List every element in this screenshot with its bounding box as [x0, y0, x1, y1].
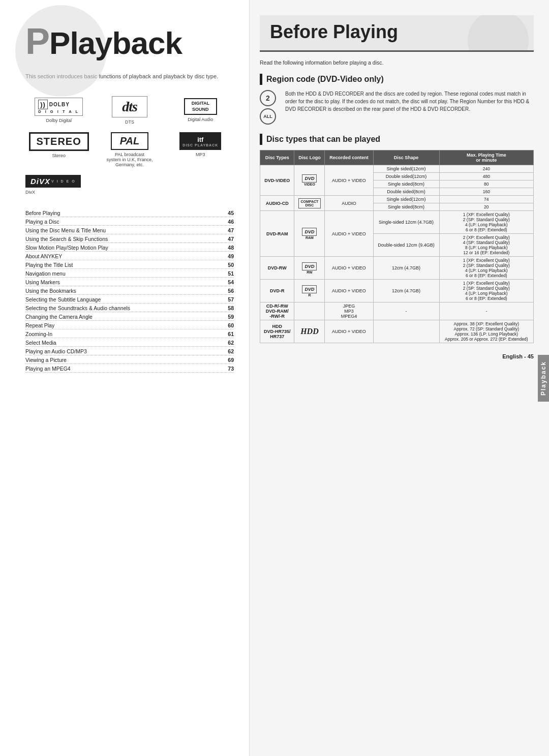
toc-page: 62 — [228, 340, 234, 346]
disc-time-cell: 20 — [439, 203, 533, 211]
toc-page: 56 — [228, 288, 234, 294]
disc-types-heading: Disc types that can be played — [266, 135, 380, 144]
disc-shape-cell: Double sided(8cm) — [373, 188, 439, 196]
disc-content-cell: AUDIO + VIDEO — [325, 280, 373, 303]
toc-page: 62 — [228, 348, 234, 354]
disc-shape-cell — [373, 320, 439, 343]
toc-label: Playing an MPEG4 — [25, 366, 71, 372]
toc-label: Selecting the Soundtracks & Audio channe… — [25, 305, 130, 311]
p-letter: P — [25, 21, 49, 62]
pal-label: PAL broadcastsystem in U.K, France,Germa… — [106, 152, 152, 167]
toc-page: 51 — [228, 270, 234, 277]
table-row: DVD-RAMDVDRAMAUDIO + VIDEOSingle-sided 1… — [260, 211, 534, 234]
toc-item: Select Media62 — [25, 340, 234, 347]
col-disc-shape: Disc Shape — [373, 150, 439, 165]
toc-label: Slow Motion Play/Step Motion Play — [25, 245, 108, 251]
section-bar-2 — [260, 134, 262, 145]
disc-shape-cell: Single sided(8cm) — [373, 203, 439, 211]
disc-content-cell: AUDIO + VIDEO — [325, 257, 373, 280]
toc-page: 57 — [228, 296, 234, 303]
disc-shape-cell: 12cm (4.7GB) — [373, 257, 439, 280]
before-playing-title: Before Playing — [270, 21, 524, 43]
disc-type-cell: CD-R/-RW DVD-RAM/ -RW/-R — [260, 303, 294, 320]
toc-page: 49 — [228, 253, 234, 259]
disc-time-cell: 480 — [439, 173, 533, 180]
toc-page: 59 — [228, 314, 234, 320]
toc-page: 61 — [228, 331, 234, 337]
dts-label: DTS — [125, 119, 134, 125]
toc-label: Playing the Title List — [25, 262, 73, 268]
toc-page: 73 — [228, 366, 234, 372]
toc-item: Before Playing45 — [25, 210, 234, 217]
intro-text: Read the following information before pl… — [260, 59, 534, 66]
disc-shape-cell: Single sided(8cm) — [373, 180, 439, 188]
digital-sound-logo-box: DIGITAL SOUND Digital Audio — [167, 98, 234, 122]
toc-label: Before Playing — [25, 210, 60, 216]
stereo-label: Stereo — [52, 153, 66, 158]
left-panel: PPlayback This section introduces basic … — [0, 0, 249, 756]
disc-shape-cell: Single sided(12cm) — [373, 165, 439, 173]
divx-logo: DiVX V I D E O — [25, 175, 81, 188]
dts-logo-box: dts DTS — [96, 96, 163, 125]
disc-logo-cell: DVDR — [294, 280, 325, 303]
disc-content-cell: AUDIO + VIDEO — [325, 165, 373, 196]
disc-logo-cell: DVDVIDEO — [294, 165, 325, 196]
disc-logo-cell — [294, 303, 325, 320]
divx-section: DiVX V I D E O DivX — [25, 175, 234, 195]
toc-label: Playing an Audio CD/MP3 — [25, 348, 87, 354]
toc-label: Playing a Disc — [25, 219, 59, 225]
disc-shape-cell: - — [373, 303, 439, 320]
region-all-circle: ALL — [260, 108, 276, 125]
disc-type-cell: DVD-VIDEO — [260, 165, 294, 196]
toc-item: Playing an MPEG473 — [25, 366, 234, 373]
toc-page: 47 — [228, 236, 234, 242]
disc-logo-cell: COMPACTDISC — [294, 196, 325, 211]
right-panel: Before Playing Read the following inform… — [249, 0, 549, 756]
toc-page: 54 — [228, 279, 234, 285]
disc-logo-cell: HDD — [294, 320, 325, 343]
logo-grid-row1: )) DOLBY D I G I T A L Dolby Digital dts… — [25, 96, 234, 125]
toc-page: 46 — [228, 219, 234, 225]
disc-shape-cell: 12cm (4.7GB) — [373, 280, 439, 303]
side-tab: Playback — [538, 354, 549, 401]
toc-item: Using the Disc Menu & Title Menu47 — [25, 227, 234, 234]
table-row: CD-R/-RW DVD-RAM/ -RW/-RJPEG MP3 MPEG4-- — [260, 303, 534, 320]
disc-time-cell: 1 (XP: Excellent Quality) 2 (SP: Standar… — [439, 211, 533, 234]
toc-item: Playing a Disc46 — [25, 219, 234, 226]
logo-grid-row2: STEREO Stereo PAL PAL broadcastsystem in… — [25, 132, 234, 167]
toc-label: Using the Disc Menu & Title Menu — [25, 227, 106, 233]
region-code-section-header: Region code (DVD-Video only) — [260, 74, 534, 85]
disc-shape-cell: Single-sided 12cm (4.7GB) — [373, 211, 439, 234]
disc-type-cell: DVD-RAM — [260, 211, 294, 257]
disc-type-cell: HDD DVD-HR735/ HR737 — [260, 320, 294, 343]
disc-type-cell: AUDIO-CD — [260, 196, 294, 211]
toc-item: Zooming-In61 — [25, 331, 234, 338]
toc-label: Viewing a Picture — [25, 357, 67, 363]
table-row: DVD-RWDVDRWAUDIO + VIDEO12cm (4.7GB)1 (X… — [260, 257, 534, 280]
disc-time-cell: - — [439, 303, 533, 320]
disc-type-cell: DVD-RW — [260, 257, 294, 280]
disc-time-cell: 1 (XP: Excellent Quality) 2 (SP: Standar… — [439, 280, 533, 303]
col-disc-types: Disc Types — [260, 150, 294, 165]
toc-label: Changing the Camera Angle — [25, 314, 93, 320]
table-row: AUDIO-CDCOMPACTDISCAUDIOSingle sided(12c… — [260, 196, 534, 203]
col-max-playing-time: Max. Playing Timeor minute — [439, 150, 533, 165]
toc-item: Playing an Audio CD/MP362 — [25, 348, 234, 355]
disc-types-section-header: Disc types that can be played — [260, 134, 534, 145]
mp3-logo: itf DISC PLAYBACK — [179, 132, 221, 150]
disc-time-cell: 2 (XP: Excellent Quality) 4 (SP: Standar… — [439, 234, 533, 257]
dolby-logo: )) DOLBY D I G I T A L — [35, 98, 83, 116]
dolby-label: Dolby Digital — [46, 118, 72, 123]
region-icons: 2 ALL — [260, 90, 280, 125]
toc-page: 58 — [228, 305, 234, 311]
disc-time-cell: Approx. 38 (XP: Excellent Quality) Appro… — [439, 320, 533, 343]
disc-shape-cell: Double-sided 12cm (9.4GB) — [373, 234, 439, 257]
toc-label: Using Markers — [25, 279, 60, 285]
disc-time-cell: 80 — [439, 180, 533, 188]
disc-logo-cell: DVDRAM — [294, 211, 325, 257]
toc-page: 50 — [228, 262, 234, 268]
toc-label: Zooming-In — [25, 331, 52, 337]
disc-content-cell: AUDIO — [325, 196, 373, 211]
toc-item: Playing the Title List50 — [25, 262, 234, 269]
toc-item: Changing the Camera Angle59 — [25, 314, 234, 321]
